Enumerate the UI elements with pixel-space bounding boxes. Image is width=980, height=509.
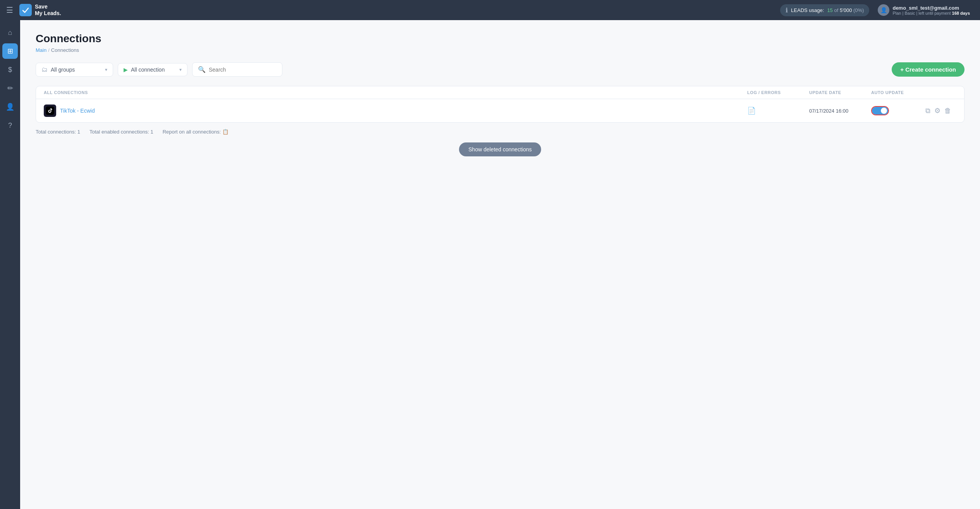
leads-usage-stats: 15 of 5'000 (0%): [827, 7, 864, 13]
svg-rect-0: [46, 106, 54, 115]
settings-icon[interactable]: ⚙: [934, 106, 940, 115]
create-connection-button[interactable]: + Create connection: [892, 62, 965, 77]
conn-log-cell: 📄: [747, 106, 809, 115]
user-details: demo_sml_test@gmail.com Plan | Basic | l…: [892, 5, 970, 15]
report-on-all: Report on all connections: 📋: [163, 129, 229, 135]
conn-row-actions: ⧉ ⚙ 🗑: [925, 106, 956, 115]
col-actions: [925, 90, 956, 95]
copy-icon[interactable]: ⧉: [925, 107, 930, 115]
total-connections: Total connections: 1: [36, 129, 80, 135]
navbar: ☰ SaveMy Leads. ℹ LEADS usage: 15 of 5'0…: [0, 0, 980, 20]
conn-date: 07/17/2024 16:00: [809, 108, 871, 114]
info-icon: ℹ: [786, 7, 788, 14]
show-deleted-button[interactable]: Show deleted connections: [459, 142, 541, 156]
search-input-wrap[interactable]: 🔍: [192, 62, 282, 77]
leads-usage: ℹ LEADS usage: 15 of 5'000 (0%): [780, 4, 869, 16]
menu-icon[interactable]: ☰: [6, 5, 13, 15]
delete-icon[interactable]: 🗑: [944, 107, 951, 115]
connection-filter-dropdown[interactable]: ▶ All connection ▾: [118, 63, 187, 76]
footer-stats: Total connections: 1 Total enabled conne…: [36, 129, 965, 135]
col-auto: AUTO UPDATE: [871, 90, 925, 95]
sidebar: ⌂ ⊞ $ ✏ 👤 ?: [0, 20, 20, 509]
brand-logo: [19, 4, 32, 16]
avatar: 👤: [878, 4, 889, 16]
app-body: ⌂ ⊞ $ ✏ 👤 ? Connections Main / Connectio…: [0, 20, 980, 509]
connection-filter-label: All connection: [131, 67, 165, 73]
user-info: 👤 demo_sml_test@gmail.com Plan | Basic |…: [874, 2, 974, 18]
breadcrumb-separator: /: [48, 47, 50, 53]
col-date: UPDATE DATE: [809, 90, 871, 95]
sidebar-item-billing[interactable]: $: [2, 62, 18, 77]
toolbar: 🗂 All groups ▾ ▶ All connection ▾ 🔍 + Cr…: [36, 62, 965, 77]
table-header: ALL CONNECTIONS LOG / ERRORS UPDATE DATE…: [36, 86, 964, 99]
sidebar-item-home[interactable]: ⌂: [2, 25, 18, 40]
report-icon[interactable]: 📋: [222, 129, 229, 135]
sidebar-item-edit[interactable]: ✏: [2, 81, 18, 96]
col-name: ALL CONNECTIONS: [44, 90, 747, 95]
user-email: demo_sml_test@gmail.com: [892, 5, 970, 11]
leads-usage-label: LEADS usage:: [791, 7, 824, 13]
navbar-center: ℹ LEADS usage: 15 of 5'000 (0%) 👤 demo_s…: [780, 2, 974, 18]
user-plan: Plan | Basic | left until payment 168 da…: [892, 11, 970, 15]
auto-update-toggle[interactable]: [871, 106, 889, 115]
play-icon: ▶: [124, 67, 128, 73]
sidebar-item-help[interactable]: ?: [2, 118, 18, 133]
brand: SaveMy Leads.: [19, 3, 61, 17]
search-icon: 🔍: [198, 66, 206, 73]
total-enabled-connections: Total enabled connections: 1: [89, 129, 153, 135]
folder-icon: 🗂: [41, 66, 48, 73]
log-icon[interactable]: 📄: [747, 106, 756, 115]
sidebar-item-account[interactable]: 👤: [2, 99, 18, 115]
connection-name[interactable]: TikTok - Ecwid: [44, 105, 747, 117]
sidebar-item-connections[interactable]: ⊞: [2, 43, 18, 59]
connection-icon: [44, 105, 56, 117]
groups-label: All groups: [51, 67, 75, 73]
page-title: Connections: [36, 33, 965, 45]
breadcrumb-main[interactable]: Main: [36, 47, 46, 53]
breadcrumb-current: Connections: [51, 47, 79, 53]
conn-auto-update: [871, 106, 925, 115]
connections-table: ALL CONNECTIONS LOG / ERRORS UPDATE DATE…: [36, 86, 965, 123]
chevron-down-icon: ▾: [105, 67, 107, 72]
brand-text: SaveMy Leads.: [35, 3, 61, 17]
breadcrumb: Main / Connections: [36, 47, 965, 53]
groups-dropdown[interactable]: 🗂 All groups ▾: [36, 63, 113, 77]
chevron-down-icon-2: ▾: [179, 67, 182, 72]
search-input[interactable]: [209, 67, 277, 73]
main-content: Connections Main / Connections 🗂 All gro…: [20, 20, 980, 509]
show-deleted-wrap: Show deleted connections: [36, 142, 965, 156]
table-row: TikTok - Ecwid 📄 07/17/2024 16:00 ⧉ ⚙: [36, 99, 964, 122]
col-log: LOG / ERRORS: [747, 90, 809, 95]
